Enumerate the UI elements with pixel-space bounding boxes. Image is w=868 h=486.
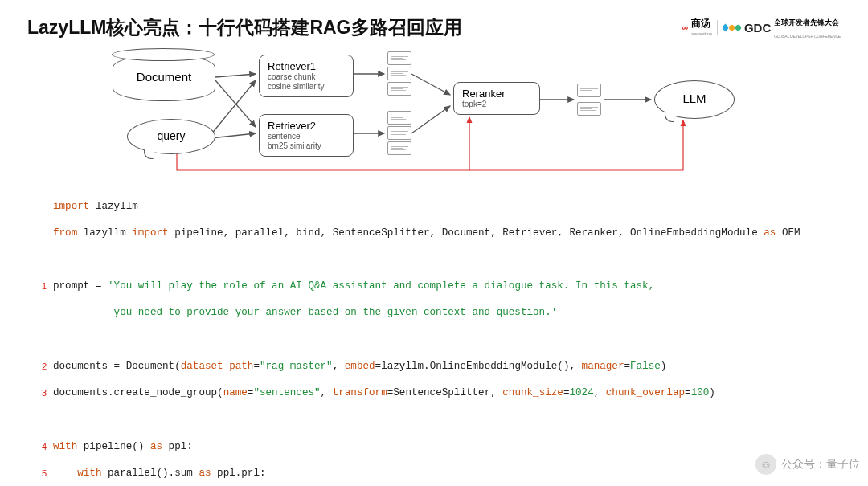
header: LazyLLM核心亮点：十行代码搭建RAG多路召回应用 ∞ 商汤 senseti… [27,14,841,40]
svg-line-1 [215,80,256,127]
chunks-rerank [577,84,601,119]
reranker-node: Reranker topk=2 [453,82,540,115]
logo-separator [717,20,718,35]
avatar-icon: ☺ [755,454,776,475]
infinity-icon: ∞ [682,22,688,32]
chunks-r2 [387,111,411,155]
slide: LazyLLM核心亮点：十行代码搭建RAG多路召回应用 ∞ 商汤 senseti… [0,0,868,486]
logo-sensetime: ∞ 商汤 sensetime [682,18,711,37]
page-title: LazyLLM核心亮点：十行代码搭建RAG多路召回应用 [27,15,462,40]
sense-cn: 商汤 [691,18,710,29]
line-no: 1 [27,280,47,294]
query-node: query [127,119,215,154]
svg-line-0 [215,74,256,77]
code-block: import lazyllm from lazyllm import pipel… [27,186,841,486]
sense-en: sensetime [691,31,712,36]
watermark-text: 公众号：量子位 [781,457,860,472]
document-node: Document [113,55,215,101]
svg-line-7 [411,106,450,133]
gdc-en: GLOBAL DEVELOPER CONFERENCE [774,34,841,39]
svg-line-6 [411,74,450,95]
svg-line-3 [211,133,256,138]
architecture-diagram: Document query Retriever1 coarse chunk c… [72,45,796,182]
retriever2-node: Retriever2 sentence bm25 similarity [259,114,354,157]
watermark: ☺ 公众号：量子位 [755,454,860,475]
chunks-r1 [387,51,411,96]
retriever1-node: Retriever1 coarse chunk cosine similarit… [259,55,354,97]
petal-icon [723,25,741,31]
gdc-cn: 全球开发者先锋大会 [774,18,839,27]
logo-bar: ∞ 商汤 sensetime GDC 全球开发者先锋大会 GLOBAL DEVE… [682,14,841,40]
svg-line-2 [211,80,256,135]
gdc-text: GDC [744,21,771,35]
logo-gdc: GDC 全球开发者先锋大会 GLOBAL DEVELOPER CONFERENC… [723,14,841,40]
